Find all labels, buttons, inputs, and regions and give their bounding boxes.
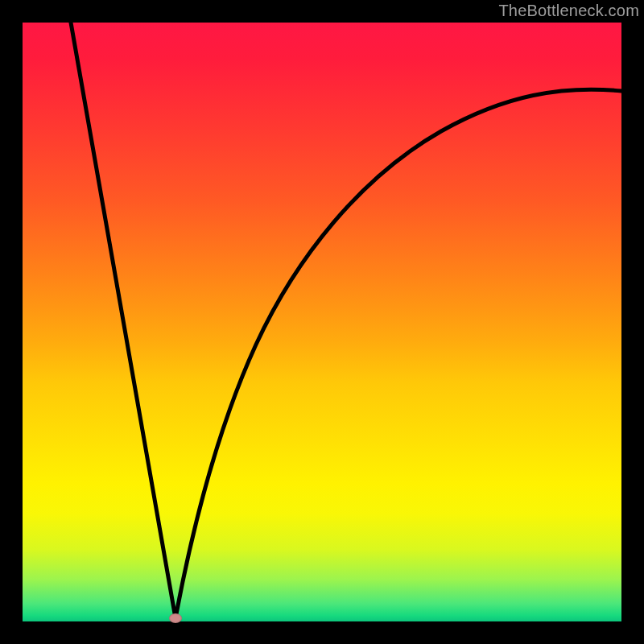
curve-right-branch [175,89,621,618]
plot-frame [23,23,621,621]
watermark-text: TheBottleneck.com [498,2,639,20]
bottleneck-curve [23,23,621,621]
curve-left-branch [71,23,175,618]
vertex-marker [169,613,182,623]
